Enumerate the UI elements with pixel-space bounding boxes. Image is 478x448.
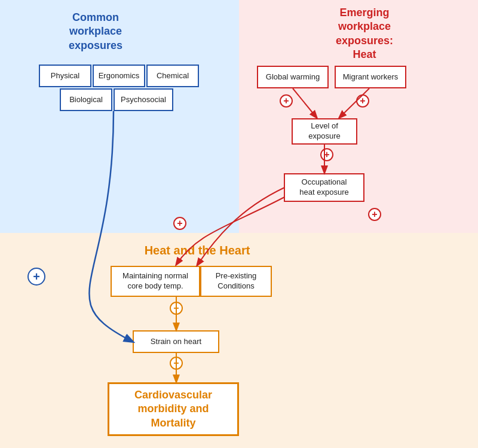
right-section-title: Emergingworkplaceexposures:Heat xyxy=(293,6,436,62)
plus-red-occ: + xyxy=(368,208,381,221)
biological-box: Biological xyxy=(60,88,112,111)
left-section-title: Commonworkplaceexposures xyxy=(36,11,155,53)
plus-red-global: + xyxy=(280,94,293,108)
cvd-box: Cardiovascularmorbidity andMortality xyxy=(108,382,239,436)
ergonomics-box: Ergonomics xyxy=(93,65,145,87)
plus-orange-cvd: + xyxy=(170,357,183,370)
svg-line-0 xyxy=(293,88,317,118)
plus-red-migrant: + xyxy=(356,94,369,108)
physical-box: Physical xyxy=(39,65,91,87)
occ-heat-box: Occupationalheat exposure xyxy=(284,173,364,202)
migrant-workers-box: Migrant workers xyxy=(335,66,406,88)
plus-blue-big: + xyxy=(27,268,45,286)
strain-box: Strain on heart xyxy=(133,330,219,353)
pre-existing-box: Pre-existingConditions xyxy=(200,266,272,297)
heat-heart-heading: Heat and the Heart xyxy=(114,244,281,257)
level-exposure-box: Level ofexposure xyxy=(292,118,357,145)
psychosocial-box: Psychosocial xyxy=(114,88,173,111)
chemical-box: Chemical xyxy=(146,65,199,87)
plus-red-to-heart: + xyxy=(173,217,186,230)
plus-red-level: + xyxy=(320,148,333,161)
plus-orange-strain: + xyxy=(170,302,183,315)
global-warming-box: Global warming xyxy=(257,66,329,88)
core-temp-box: Maintaining normalcore body temp. xyxy=(111,266,200,297)
